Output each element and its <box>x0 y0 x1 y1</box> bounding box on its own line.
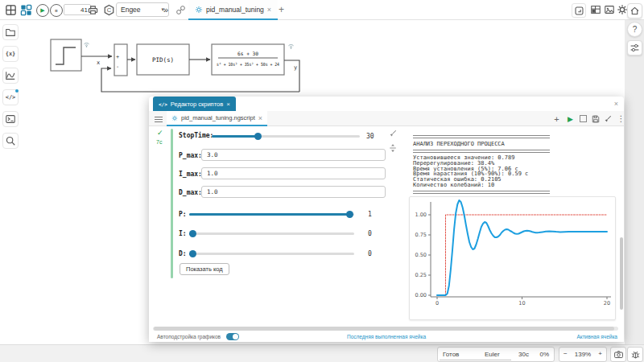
stoptime-label: StopTime: <box>179 132 213 139</box>
more-options-icon[interactable]: ⋮ <box>616 113 626 124</box>
slider-thumb[interactable] <box>189 230 196 237</box>
preferences-sliders-button[interactable] <box>627 40 642 56</box>
link-icon[interactable] <box>175 3 186 16</box>
i-value: 0 <box>368 230 372 237</box>
plot-svg: 0.000.250.500.751.0001020 <box>410 197 613 318</box>
cell-exec-time: 7с <box>156 139 162 145</box>
zoom-control: − 139% + <box>559 347 607 362</box>
run-script-button[interactable]: ▶ <box>565 113 576 124</box>
script-editor-panel: </> Редактор скриптов × × pid_manual_tun… <box>149 97 624 342</box>
command-palette-icon[interactable] <box>572 3 586 18</box>
i-slider[interactable] <box>189 230 354 237</box>
cell-success-check-icon: ✓ <box>157 129 163 137</box>
close-tab-icon[interactable]: × <box>267 6 271 14</box>
help-button[interactable]: ? <box>627 22 642 37</box>
step-block[interactable] <box>51 39 81 71</box>
expand-toolbar-icon[interactable]: » <box>163 3 168 16</box>
panel-title: Редактор скриптов <box>171 101 223 108</box>
last-executed-cell-link[interactable]: Последняя выполненная ячейка <box>149 334 624 339</box>
imax-label: I_max: <box>179 171 202 178</box>
stop-script-button[interactable] <box>578 113 588 124</box>
pmax-field[interactable] <box>201 149 386 161</box>
settings-gear-icon[interactable] <box>617 3 628 16</box>
sidebar-item-plots[interactable] <box>2 68 19 84</box>
i-label: I: <box>179 230 187 237</box>
solver-label[interactable]: Euler <box>485 351 500 358</box>
canvas-right-gutter <box>625 19 644 344</box>
active-cell-bar <box>171 129 173 278</box>
divider <box>413 135 550 138</box>
printer-icon[interactable] <box>87 3 99 16</box>
active-dot <box>15 89 19 93</box>
sidebar-item-files[interactable] <box>2 24 19 40</box>
copyright-hex-icon[interactable] <box>103 3 115 16</box>
tab-pid-manual-tuning[interactable]: pid_manual_tuning × <box>188 0 278 20</box>
analysis-output: АНАЛИЗ ПЕРЕХОДНОГО ПРОЦЕССА Установившее… <box>413 135 550 194</box>
workspace-select[interactable]: Engee ▾ <box>116 2 169 17</box>
workspace-select-value: Engee <box>121 6 141 14</box>
pid-block-label: PID(s) <box>152 56 174 64</box>
p-label: P: <box>179 211 187 218</box>
step-response-plot[interactable]: 0.000.250.500.751.0001020 <box>409 196 616 320</box>
active-cell-link[interactable]: Активная ячейка <box>576 334 617 339</box>
sum-plus-sign: + <box>116 54 119 60</box>
sidebar-item-variables[interactable]: {x} <box>2 46 19 62</box>
run-model-button[interactable]: ▶ <box>36 4 49 17</box>
tab-ngscript-file[interactable]: pid_manual_tuning.ngscript × <box>167 111 267 126</box>
debug-bug-button[interactable] <box>627 347 643 362</box>
horizontal-scrollbar[interactable] <box>153 327 618 331</box>
show-code-button[interactable]: Показать код <box>180 263 229 275</box>
tf-denominator: s⁴ + 10s³ + 35s² + 50s + 24 <box>217 62 279 67</box>
screenshot-image-icon[interactable] <box>604 3 615 16</box>
top-toolbar: ▶ ■ Engee ▾ » pid_manual_tuning × + <box>0 0 644 20</box>
sim-time-label[interactable]: 30с <box>518 351 529 358</box>
wifi-signal-icon[interactable] <box>84 43 89 47</box>
layout-table-icon[interactable] <box>590 3 601 16</box>
svg-text:0: 0 <box>436 300 439 306</box>
wifi-signal-icon[interactable] <box>288 45 293 49</box>
analysis-title: АНАЛИЗ ПЕРЕХОДНОГО ПРОЦЕССА <box>413 141 550 147</box>
sidebar-item-search[interactable] <box>2 133 19 149</box>
engee-blocks-icon[interactable] <box>20 3 32 16</box>
status-bar: Готов Euler 30с 0% − 139% + <box>0 344 644 362</box>
clear-cell-output-icon[interactable] <box>388 129 398 138</box>
transfer-function-block[interactable] <box>212 44 284 75</box>
stop-model-button[interactable]: ■ <box>50 4 63 17</box>
sidebar-item-terminal[interactable] <box>2 111 19 127</box>
dmax-field[interactable] <box>201 186 386 198</box>
d-slider[interactable] <box>189 250 354 257</box>
progress-track <box>440 360 511 361</box>
imax-field[interactable] <box>201 167 386 179</box>
signal-label-x: x <box>97 60 100 66</box>
sidebar-item-script-editor[interactable]: </> <box>2 89 19 105</box>
home-button[interactable] <box>627 3 642 19</box>
split-view-icon[interactable] <box>388 143 398 153</box>
pmax-label: P_max: <box>179 152 202 159</box>
slider-thumb[interactable] <box>189 250 196 257</box>
zoom-in-button[interactable]: + <box>598 350 602 357</box>
new-tab-button[interactable]: + <box>279 3 284 16</box>
sum-minus-sign: - <box>116 64 119 70</box>
close-icon[interactable]: × <box>226 101 230 108</box>
stoptime-slider[interactable] <box>212 133 360 140</box>
app-grid-icon[interactable] <box>5 3 17 16</box>
svg-text:0.25: 0.25 <box>415 272 427 278</box>
hamburger-menu-icon[interactable] <box>155 115 163 124</box>
d-value: 0 <box>368 250 372 257</box>
svg-text:1.00: 1.00 <box>415 212 427 218</box>
sim-status-group: Готов Euler 30с 0% <box>437 347 555 362</box>
slider-thumb[interactable] <box>254 133 262 140</box>
slider-thumb[interactable] <box>346 211 353 218</box>
vertical-scrollbar[interactable] <box>620 237 623 310</box>
add-cell-button[interactable]: + <box>551 113 562 124</box>
panel-header: </> Редактор скриптов × × <box>149 97 624 112</box>
stoptime-value: 30 <box>366 133 374 140</box>
save-script-button[interactable] <box>590 113 601 124</box>
p-slider[interactable] <box>189 211 354 218</box>
clear-output-button[interactable] <box>602 113 613 124</box>
tf-numerator: 6s + 30 <box>237 51 258 56</box>
snapshot-camera-button[interactable] <box>610 347 626 362</box>
close-file-icon[interactable]: × <box>258 114 262 122</box>
panel-close-icon[interactable]: × <box>614 100 618 108</box>
panel-tab-script-editor[interactable]: </> Редактор скриптов × <box>153 97 236 111</box>
